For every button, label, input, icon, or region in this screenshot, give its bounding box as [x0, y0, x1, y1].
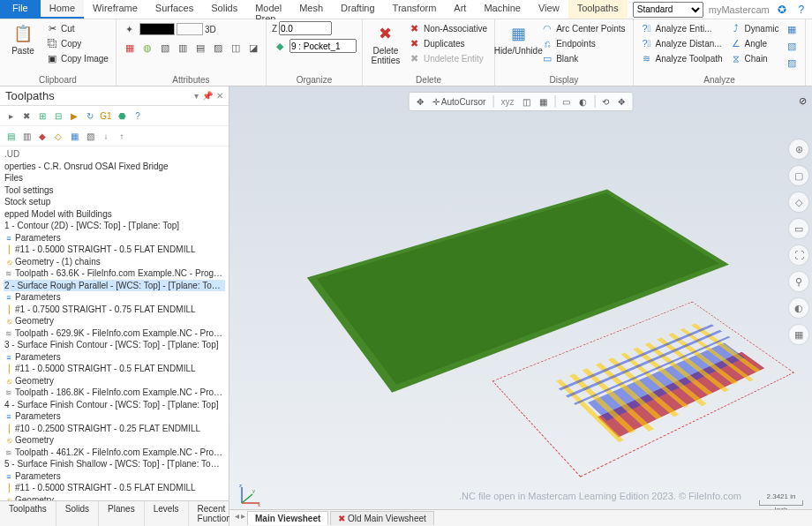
rail-gview-icon[interactable]: ⊛ [789, 139, 808, 159]
no-symbol-icon[interactable]: ⊘ [799, 95, 807, 107]
attr-icon-5[interactable]: ▤ [192, 40, 208, 56]
tab-drafting[interactable]: Drafting [332, 0, 384, 19]
rail-iso-icon[interactable]: ◇ [789, 192, 808, 212]
tree-row[interactable]: ⎮#11 - 0.5000 STRAIGHT - 0.5 FLAT ENDMIL… [4, 244, 225, 256]
tab-transform[interactable]: Transform [384, 0, 446, 19]
rail-top-icon[interactable]: ▢ [789, 166, 808, 185]
tree-row[interactable]: ⎋Geometry [4, 315, 225, 327]
chain-button[interactable]: ⧖Chain [728, 51, 781, 65]
tree-row[interactable]: ≡Parameters [4, 351, 225, 364]
level-input[interactable] [289, 39, 357, 53]
tool-filter-icon[interactable]: ⊟ [51, 109, 65, 123]
line-style-dropdown[interactable] [139, 23, 175, 35]
tool-verify-icon[interactable]: ⬣ [115, 109, 129, 123]
copy-image-button[interactable]: ▣Copy Image [44, 51, 110, 65]
tree-row[interactable]: ⎮#1 - 0.7500 STRAIGHT - 0.75 FLAT ENDMIL… [4, 304, 225, 316]
tb2-1[interactable]: ▤ [4, 129, 18, 143]
tree-row[interactable]: ≋Toolpath - 63.6K - FileInfo.com Example… [4, 267, 225, 280]
tree-row[interactable]: 5 - Surface Finish Shallow - [WCS: Top] … [4, 458, 225, 470]
vp-shade-icon[interactable]: ◐ [577, 97, 589, 107]
whatsnew-icon[interactable]: ✪ [775, 3, 789, 17]
bottom-tab-planes[interactable]: Planes [99, 501, 145, 526]
tool-post-icon[interactable]: G1 [99, 109, 113, 123]
tb2-4[interactable]: ◇ [51, 129, 65, 143]
attr-icon-3[interactable]: ▧ [157, 40, 173, 56]
tree-row[interactable]: .UD [4, 148, 225, 161]
vp-view-icon[interactable]: ▭ [560, 97, 572, 107]
tab-model-prep[interactable]: Model Prep [246, 0, 290, 19]
tool-select-icon[interactable]: ▸ [4, 109, 18, 123]
close-icon[interactable]: ✕ [216, 91, 223, 101]
tree-row[interactable]: operties - C.R. Onsrud OSAI Fixed Bridge [4, 161, 225, 173]
tree-row[interactable]: ≡Parameters [4, 470, 225, 483]
mode-3d-button[interactable]: 3D [205, 25, 216, 34]
analyze-extra-1[interactable]: ▦ [784, 21, 800, 37]
tool-regen-icon[interactable]: ↻ [83, 109, 97, 123]
analyze-toolpath-button[interactable]: ≋Analyze Toolpath [639, 51, 725, 65]
tb2-5[interactable]: ▦ [67, 129, 81, 143]
point-style-icon[interactable]: ✦ [122, 21, 138, 37]
bottom-tab-solids[interactable]: Solids [56, 501, 99, 526]
dynamic-button[interactable]: ⤴Dynamic [728, 21, 781, 35]
delete-entities-button[interactable]: ✖ Delete Entities [368, 21, 403, 67]
viewsheet-next-icon[interactable]: ▸ [241, 511, 245, 525]
tb2-2[interactable]: ▥ [19, 129, 34, 143]
tree-row[interactable]: 2 - Surface Rough Parallel - [WCS: Top] … [4, 280, 225, 292]
paste-button[interactable]: 📋 Paste [5, 21, 41, 57]
tree-row[interactable]: epped Model with Buildings [4, 208, 225, 221]
help-icon[interactable]: ? [794, 3, 808, 17]
viewsheet-prev-icon[interactable]: ◂ [235, 511, 239, 525]
tab-solids[interactable]: Solids [202, 0, 246, 19]
vp-snap-icon[interactable]: ◫ [521, 97, 532, 107]
bottom-tab-levels[interactable]: Levels [145, 501, 189, 526]
rail-front-icon[interactable]: ▭ [789, 219, 808, 238]
analyze-entity-button[interactable]: ?⃝Analyze Enti... [639, 21, 725, 35]
line-weight-dropdown[interactable] [177, 23, 203, 35]
non-associative-button[interactable]: ✖Non-Associative [407, 21, 489, 35]
blank-button[interactable]: ▭Blank [539, 51, 627, 65]
z-input[interactable] [279, 21, 332, 35]
tab-machine[interactable]: Machine [475, 0, 530, 19]
pin-icon[interactable]: ▾ [194, 91, 199, 101]
tab-toolpaths[interactable]: Toolpaths [568, 0, 628, 19]
attr-icon-1[interactable]: ▦ [122, 40, 138, 56]
cut-button[interactable]: ✂Cut [44, 21, 110, 35]
tb2-3[interactable]: ◆ [35, 129, 49, 143]
duplicates-button[interactable]: ✖Duplicates [407, 36, 489, 50]
tb2-8[interactable]: ↑ [115, 129, 129, 143]
viewsheet-old[interactable]: ✖ Old Main Viewsheet [330, 511, 434, 525]
analyze-distance-button[interactable]: ?⃝Analyze Distan... [639, 36, 725, 50]
tree-row[interactable]: Tool settings [4, 184, 225, 197]
rail-zoom-icon[interactable]: ⚲ [789, 272, 808, 291]
tool-x-icon[interactable]: ✖ [19, 109, 34, 123]
tab-home[interactable]: Home [41, 0, 84, 19]
tool-tree-icon[interactable]: ⊞ [35, 109, 49, 123]
tab-wireframe[interactable]: Wireframe [84, 0, 147, 19]
tree-row[interactable]: 3 - Surface Finish Contour - [WCS: Top] … [4, 339, 225, 351]
file-tab[interactable]: File [0, 0, 41, 19]
style-dropdown[interactable]: Standard [633, 2, 703, 18]
tree-row[interactable]: ≡Parameters [4, 232, 225, 244]
hide-unhide-button[interactable]: ▦ Hide/Unhide [500, 21, 536, 57]
viewport[interactable]: ✥ ✛ AutoCursor xyz ◫ ▦ ▭ ◐ ⟲ ✥ ⊛ ▢ ◇ ▭ ⛶… [229, 86, 812, 526]
tree-row[interactable]: ≋Toolpath - 186.8K - FileInfo.com Exampl… [4, 387, 225, 399]
vp-pan-icon[interactable]: ✥ [616, 97, 627, 107]
unpin-icon[interactable]: 📌 [202, 91, 213, 101]
tree-row[interactable]: ⎮#10 - 0.2500 STRAIGHT - 0.25 FLAT ENDMI… [4, 423, 225, 435]
tree-row[interactable]: ⎮#11 - 0.5000 STRAIGHT - 0.5 FLAT ENDMIL… [4, 482, 225, 494]
tab-mesh[interactable]: Mesh [290, 0, 332, 19]
tb2-6[interactable]: ▧ [83, 129, 97, 143]
vp-rotate-icon[interactable]: ⟲ [600, 97, 611, 107]
tree-row[interactable]: 1 - Contour (2D) - [WCS: Top] - [Tplane:… [4, 220, 225, 232]
angle-button[interactable]: ∠Angle [728, 36, 781, 50]
attr-icon-2[interactable]: ◍ [139, 40, 155, 56]
undelete-button[interactable]: ✖Undelete Entity [407, 51, 489, 65]
analyze-extra-3[interactable]: ▨ [784, 55, 800, 71]
tool-play-icon[interactable]: ▶ [67, 109, 81, 123]
tree-row[interactable]: Files [4, 172, 225, 184]
viewsheet-main[interactable]: Main Viewsheet [247, 511, 328, 525]
tree-row[interactable]: Stock setup [4, 196, 225, 208]
tree-row[interactable]: ⎋Geometry [4, 494, 225, 501]
tree-row[interactable]: ⎋Geometry [4, 434, 225, 447]
vp-cursor-icon[interactable]: ✥ [415, 97, 425, 107]
